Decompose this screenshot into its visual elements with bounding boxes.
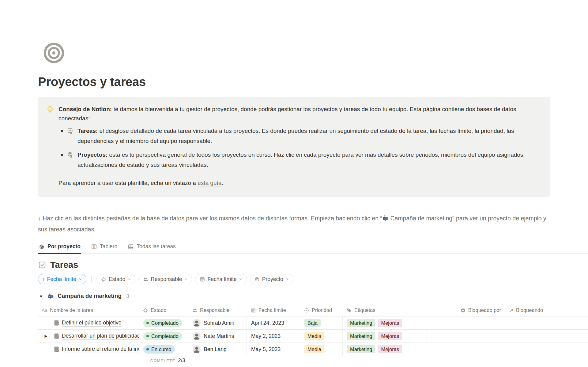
status-dot [146,322,149,324]
filter-label: Responsable [151,276,182,283]
task-name-link[interactable]: Desarrollar un plan de publicidad [62,333,139,340]
callout-bullets: ● Tareas: el desglose detallado de cada … [58,126,535,170]
priority-pill[interactable]: Baja [304,319,321,327]
filter-label: Proyecto [262,276,283,283]
cell-tags: MarketingMejoras [343,316,427,329]
filter-chip-fecha-limite[interactable]: Fecha límite [195,274,247,284]
mailbox-icon [382,215,389,221]
priority-pill[interactable]: Media [304,332,324,340]
cell-blocked-by[interactable] [427,316,505,329]
tag-pill[interactable]: Marketing [347,345,375,353]
priority-pill[interactable]: Media [304,345,324,353]
due-date[interactable]: May 5, 2023 [251,346,281,353]
filter-chip-proyecto[interactable]: Proyecto [250,274,293,284]
tag-pill[interactable]: Mejoras [378,345,402,353]
task-name-link[interactable]: Definir el público objetivo [62,320,122,327]
sort-chip-label: Fecha límite [47,276,76,283]
due-date[interactable]: April 24, 2023 [251,320,284,326]
table-header-row: AaNombre de la tarea Estado Responsable … [38,304,588,316]
page-icon [54,320,59,326]
cell-due-date: May 5, 2023 [247,343,300,356]
hint-before: Haz clic en las distintas pestañas de la… [41,215,382,222]
notion-tip-callout: Consejo de Notion: te damos la bienvenid… [38,97,550,197]
person-name[interactable]: Nate Martins [204,333,234,339]
page-bullseye-icon[interactable] [43,42,65,64]
status-pill[interactable]: En curso [143,345,175,354]
person-name[interactable]: Sohrab Amin [204,320,234,326]
due-date[interactable]: May 2, 2023 [251,333,281,339]
cell-task-name: Informe sobre el retorno de la inversión [38,343,139,356]
page-icon [54,333,59,339]
tab-por-proyecto[interactable]: Por proyecto [38,240,81,253]
status-dot [146,348,149,350]
text-property-icon: Aa [42,308,47,313]
cell-blocked-by[interactable] [427,330,505,343]
person-name[interactable]: Ben Lang [204,346,227,353]
filter-chip-responsable[interactable]: Responsable [138,274,192,284]
group-name-link[interactable]: Campaña de marketing [58,293,122,300]
target-icon [39,244,45,250]
no-entry-icon [460,308,466,313]
proyectos-page-link[interactable]: Proyectos: [77,152,107,158]
cell-blocking[interactable] [505,316,588,329]
database-title-text[interactable]: Tareas [50,260,78,270]
tasks-page-link-icon [67,128,74,134]
filter-label: Fecha límite [207,276,236,283]
cell-blocking[interactable] [505,343,588,356]
group-count: 3 [126,293,129,299]
priority-circle-icon [304,308,309,313]
tab-todas-las-tareas[interactable]: Todas las tareas [127,240,176,253]
database-view-tabs: Por proyecto Tablero Todas las tareas [38,240,588,254]
callout-intro-bold: Consejo de Notion: [58,106,112,112]
bullet-dot: ● [60,150,63,160]
callout-intro: Consejo de Notion: te damos la bienvenid… [58,105,535,123]
callout-intro-text: te damos la bienvenida a tu gestor de pr… [58,106,516,122]
mailbox-icon [47,293,54,300]
column-header-estado[interactable]: Estado [139,307,188,313]
sort-chip-fecha-limite[interactable]: ↑ Fecha límite [38,274,86,284]
cell-due-date: May 2, 2023 [247,330,300,343]
cell-status: Completado [139,330,188,343]
chevron-down-icon [285,277,289,281]
complete-aggregate[interactable]: COMPLETE 2/3 [38,358,188,364]
tasks-table: AaNombre de la tarea Estado Responsable … [38,304,588,365]
cell-assignee: Sohrab Amin [188,316,247,329]
column-header-bloqueado-por[interactable]: Bloqueado por [427,307,505,313]
group-collapse-toggle[interactable]: ▼ [38,294,44,299]
page-title[interactable]: Proyectos y tareas [38,75,588,89]
cell-blocking[interactable] [505,330,588,343]
table-footer: COMPLETE 2/3 [38,356,588,365]
cell-status: En curso [139,343,188,356]
down-arrow-icon: ↓ [38,215,41,222]
row-expand-toggle[interactable]: ▶ [44,334,47,338]
toggle-zone: ▶ [38,334,54,338]
filter-toolbar: ↑ Fecha límite Estado Responsable Fecha … [38,274,588,284]
chevron-down-icon [127,277,131,281]
status-pill[interactable]: Completado [143,332,182,340]
board-icon [91,244,97,250]
chevron-down-icon [78,277,82,281]
column-header-prioridad[interactable]: Prioridad [300,307,343,313]
task-name-link[interactable]: Informe sobre el retorno de la inversión [62,346,139,353]
tag-pill[interactable]: Mejoras [378,319,402,327]
cell-task-name: ▶ Desarrollar un plan de publicidad [38,330,139,343]
tareas-page-link[interactable]: Tareas: [77,128,98,134]
column-header-fecha-limite[interactable]: Fecha límite [247,307,300,313]
column-header-etiquetas[interactable]: Etiquetas [343,307,427,313]
tag-pill[interactable]: Mejoras [378,332,402,340]
bullet-dot: ● [60,126,63,136]
column-header-responsable[interactable]: Responsable [188,307,247,313]
guide-link[interactable]: esta guía [198,180,221,186]
tag-icon [346,308,352,313]
avatar [193,345,201,353]
tag-pill[interactable]: Marketing [347,332,375,340]
status-pill[interactable]: Completado [143,319,182,327]
tab-tablero[interactable]: Tablero [90,240,118,253]
column-header-bloqueando[interactable]: ↗Bloqueando [505,307,588,314]
cell-blocked-by[interactable] [427,343,505,356]
cell-status: Completado [139,316,188,329]
filter-chip-estado[interactable]: Estado [96,274,135,284]
status-dot [146,335,149,337]
column-header-nombre[interactable]: AaNombre de la tarea [38,307,139,313]
tag-pill[interactable]: Marketing [347,319,375,327]
